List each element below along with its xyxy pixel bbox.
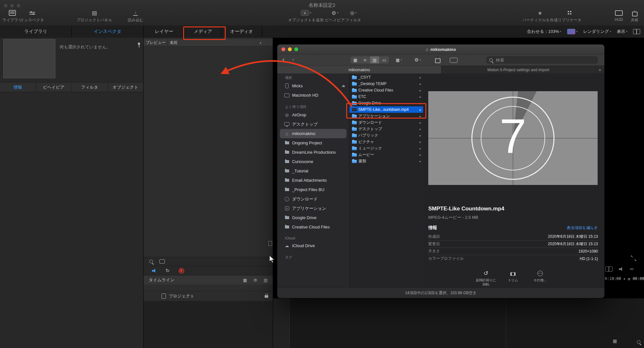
timeline-grid-icon[interactable]: ▦ (613, 338, 617, 343)
search-icon[interactable] (149, 260, 153, 263)
view-as-gallery-button[interactable]: ▭ (380, 56, 389, 63)
project-panel-toolbar-button[interactable]: プロジェクトパネル (77, 9, 112, 23)
new-tab-button[interactable]: + (595, 66, 604, 74)
view-menu-control[interactable]: 表示▾ (617, 29, 627, 34)
behaviors-button[interactable]: ▾ ビヘイビア (325, 9, 345, 23)
trim-button[interactable]: トリム (498, 270, 527, 282)
tab-behaviors[interactable]: ビヘイビア (36, 82, 72, 92)
sidebar-item[interactable]: mikiomakino (280, 129, 346, 138)
sidebar-item[interactable]: Creative Cloud Files (277, 222, 349, 232)
add-object-button[interactable]: +▾ オブジェクトを追加 (288, 9, 324, 23)
sidebar-item[interactable]: iCloud Drive (277, 241, 349, 250)
sidebar-item[interactable]: Curioscene (277, 157, 349, 166)
sidebar-item[interactable]: Macintosh HD (277, 91, 349, 100)
filmstrip-icon[interactable]: ▥ (628, 277, 630, 281)
speaker-icon[interactable] (152, 269, 156, 273)
split-view-button[interactable] (633, 29, 640, 34)
file-row[interactable]: ミュージック▸ (349, 145, 423, 151)
sidebar-item[interactable]: _Project Files BU (277, 185, 349, 194)
grid-icon[interactable]: ▦ (243, 278, 247, 283)
search-input[interactable] (495, 57, 595, 63)
sidebar-item[interactable]: _Tutorial (277, 166, 349, 176)
finder-tab-home[interactable]: mikiomakino (277, 66, 441, 74)
file-row[interactable]: パブリック▸ (349, 132, 423, 139)
expand-timeline-icon[interactable] (631, 256, 636, 261)
file-row[interactable]: ムービー▸ (349, 151, 423, 158)
more-actions-button[interactable]: その他... (526, 270, 554, 282)
view-as-columns-button[interactable]: ▥ (370, 56, 380, 63)
share-file-button[interactable] (435, 56, 440, 64)
sidebar-item[interactable]: デスクトップ (277, 120, 349, 129)
tab-media[interactable]: メディア (185, 25, 222, 38)
file-row[interactable]: Creative Cloud Files▸ (349, 87, 423, 93)
file-row[interactable]: _CSYT▸ (349, 74, 423, 81)
timeline-track-area[interactable] (273, 298, 644, 348)
file-row[interactable]: ピクチャ▸ (349, 139, 423, 145)
keyframe-icon[interactable]: ◆ (624, 277, 625, 280)
filters-button[interactable]: ▾ フィルタ (345, 9, 361, 23)
rendering-control[interactable]: レンダリング▾ (583, 29, 611, 34)
action-menu-button[interactable]: ⚙▾ (414, 56, 421, 63)
file-row[interactable]: アプリケーション▸ (349, 113, 423, 119)
finder-search-field[interactable] (487, 56, 598, 63)
file-row[interactable]: 書類▸ (349, 158, 423, 164)
audio-mute-icon[interactable] (619, 267, 623, 271)
sidebar-item[interactable]: Ongoing Project (277, 138, 349, 148)
sidebar-item[interactable]: AirDrop (277, 110, 349, 120)
lock-icon[interactable] (265, 295, 268, 298)
tab-inspector[interactable]: インスペクタ (72, 25, 144, 38)
pin-icon[interactable] (137, 42, 142, 48)
back-button[interactable]: ‹ (282, 56, 284, 63)
tab-library[interactable]: ライブラリ (0, 25, 72, 38)
gear-icon[interactable]: ⚙ (253, 278, 257, 283)
sidebar-item[interactable]: DreamLine Productions (277, 148, 349, 157)
library-toolbar-button[interactable]: ライブラリ (2, 9, 22, 23)
rotate-ccw-button[interactable]: 反時計回りに回転 (471, 270, 500, 286)
hud-button[interactable]: HUD (615, 9, 623, 22)
sidebar-item[interactable]: ダウンロード (277, 194, 349, 204)
close-button[interactable] (281, 47, 285, 51)
finder-tab-motion[interactable]: Motion 5-Project settings and import (441, 66, 595, 74)
group-by-button[interactable]: ▦▾ (396, 56, 402, 63)
fullscreen-button[interactable] (294, 47, 298, 51)
channels-control[interactable]: ▾ (567, 29, 578, 34)
sidebar-item[interactable]: Google Drive (277, 213, 349, 222)
zoom-level-control[interactable]: 合わせる：103%▾ (527, 29, 561, 34)
import-toolbar-button[interactable]: 読み込む (128, 9, 144, 23)
view-as-list-button[interactable]: ≡ (360, 56, 370, 63)
finder-titlebar[interactable]: ⌂ mikiomakino (277, 44, 604, 54)
sidebar-item[interactable]: アプリケーション (277, 204, 349, 213)
loop-icon[interactable] (166, 268, 170, 274)
make-particles-button[interactable]: * パーティクルを作成 (522, 9, 558, 23)
file-row[interactable]: Google Drive▸ (349, 100, 423, 106)
layers-icon[interactable]: ▤ (264, 278, 268, 283)
link-icon[interactable]: ∞ (630, 266, 633, 272)
column-preview-label[interactable]: プレビュー (146, 40, 166, 45)
share-button[interactable]: 共有 (631, 9, 639, 23)
project-row[interactable]: プロジェクト (144, 291, 273, 301)
sidebar-item[interactable]: Email Attachments (277, 176, 349, 185)
file-row[interactable]: ETC▸ (349, 93, 423, 100)
tag-button[interactable] (450, 58, 458, 63)
video-thumbnail[interactable]: 7 (428, 91, 598, 185)
column-name-label[interactable]: 名前 (170, 40, 177, 45)
sort-caret-icon[interactable]: ▴ (260, 41, 261, 44)
timeline-zoom-icon[interactable] (637, 339, 640, 345)
tab-info[interactable]: 情報 (0, 82, 36, 92)
file-row[interactable]: SMPTE-Like...ountdown.mp4▸ (349, 106, 423, 113)
tab-filters[interactable]: フィルタ (72, 82, 108, 92)
show-less-link[interactable]: 表示項目を減らす (567, 225, 598, 231)
file-row[interactable]: _Desktop TEMP▸ (349, 81, 423, 87)
replicator-button[interactable]: リプリケータ (558, 9, 581, 23)
preview-toggle-icon[interactable] (159, 259, 165, 264)
forward-button[interactable]: › (292, 56, 294, 63)
tab-audio[interactable]: オーディオ (222, 25, 262, 38)
file-row[interactable]: デスクトップ▸ (349, 126, 423, 132)
tab-layers[interactable]: レイヤー (144, 25, 185, 38)
sidebar-item[interactable]: Micks⏏ (277, 81, 349, 91)
view-as-icons-button[interactable]: ▦ (351, 56, 360, 63)
inspector-toolbar-button[interactable]: インスペクタ (20, 9, 44, 23)
file-row[interactable]: ダウンロード▸ (349, 119, 423, 126)
record-icon[interactable] (179, 268, 184, 274)
eject-icon[interactable]: ⏏ (342, 84, 345, 88)
